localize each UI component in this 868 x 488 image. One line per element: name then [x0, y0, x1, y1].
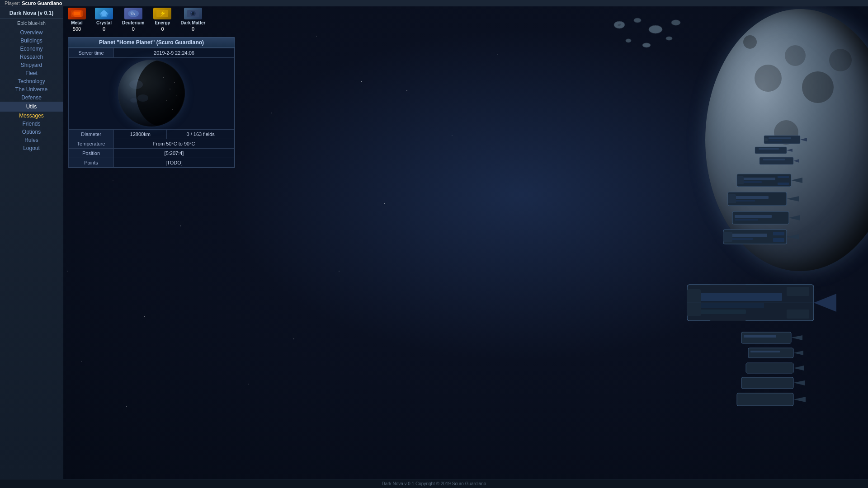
position-value: [5:207:4] — [114, 149, 235, 158]
sidebar-item-messages[interactable]: Messages — [0, 112, 63, 120]
crystal-icon — [95, 8, 113, 19]
svg-point-105 — [166, 100, 167, 100]
svg-point-98 — [191, 12, 192, 13]
planet-panel-title: Planet "Home Planet" (Scuro Guardiano) — [68, 38, 235, 48]
sidebar-item-options[interactable]: Options — [0, 128, 63, 136]
sidebar-item-fleet[interactable]: Fleet — [0, 69, 63, 77]
top-bar: Player: Scuro Guardiano — [0, 0, 868, 6]
planet-info-table: Server time 2019-2-9 22:24:06 — [68, 48, 235, 168]
diameter-row: Diameter 12800km 0 / 163 fields — [69, 130, 235, 139]
server-time-label: Server time — [69, 48, 114, 58]
energy-value: 0 — [161, 26, 164, 32]
svg-point-111 — [130, 98, 137, 103]
crystal-value: 0 — [103, 26, 105, 32]
points-value: [TODO] — [114, 158, 235, 168]
deuterium-value: 0 — [132, 26, 135, 32]
sidebar-item-rules[interactable]: Rules — [0, 136, 63, 144]
temperature-row: Temperature From 50°C to 90°C — [69, 139, 235, 149]
sidebar-item-technology[interactable]: Technology — [0, 77, 63, 85]
sidebar-item-buildings[interactable]: Buildings — [0, 37, 63, 45]
sidebar-item-overview[interactable]: Overview — [0, 28, 63, 37]
footer: Dark Nova v 0.1 Copyright © 2019 Scuro G… — [0, 479, 868, 488]
metal-value: 500 — [73, 26, 81, 32]
game-title: Dark Nova (v 0.1) — [0, 8, 63, 19]
resource-deuterium[interactable]: D₂ Deuterium 0 — [122, 8, 144, 32]
svg-point-103 — [163, 77, 164, 78]
sidebar-item-research[interactable]: Research — [0, 53, 63, 61]
svg-point-108 — [172, 109, 173, 110]
svg-point-104 — [170, 89, 170, 89]
server-time-value: 2019-2-9 22:24:06 — [114, 48, 235, 58]
planet-image — [118, 60, 185, 127]
svg-text:D₂: D₂ — [131, 12, 135, 16]
resource-crystal[interactable]: Crystal 0 — [95, 8, 113, 32]
metal-icon — [68, 8, 86, 19]
resource-bar: Metal 500 Crystal 0 D₂ Deuterium 0 — [59, 6, 868, 33]
planet-image-row — [69, 58, 235, 130]
server-time-row: Server time 2019-2-9 22:24:06 — [69, 48, 235, 58]
svg-point-109 — [129, 80, 143, 89]
diameter-value1: 12800km — [114, 130, 167, 139]
svg-point-110 — [137, 94, 148, 102]
sidebar-item-friends[interactable]: Friends — [0, 120, 63, 128]
player-name: Scuro Guardiano — [22, 0, 62, 6]
temperature-label: Temperature — [69, 139, 114, 149]
dark-matter-label: Dark Matter — [180, 20, 205, 25]
planet-name: Epic blue-ish — [0, 19, 63, 27]
svg-point-107 — [177, 96, 177, 96]
deuterium-icon: D₂ — [124, 8, 142, 19]
svg-rect-87 — [74, 12, 80, 15]
sidebar-item-utils[interactable]: Utils — [0, 102, 63, 112]
svg-point-102 — [136, 60, 185, 126]
position-label: Position — [69, 149, 114, 158]
resource-dark-matter[interactable]: Dark Matter 0 — [180, 8, 205, 32]
metal-label: Metal — [71, 20, 83, 25]
points-label: Points — [69, 158, 114, 168]
planet-panel: Planet "Home Planet" (Scuro Guardiano) S… — [68, 37, 235, 168]
diameter-label: Diameter — [69, 130, 114, 139]
sidebar: Dark Nova (v 0.1) Epic blue-ish Overview… — [0, 6, 63, 479]
energy-icon — [153, 8, 171, 19]
sidebar-item-economy[interactable]: Economy — [0, 45, 63, 53]
svg-point-106 — [174, 82, 175, 82]
dark-matter-icon — [184, 8, 202, 19]
sidebar-item-universe[interactable]: The Universe — [0, 85, 63, 94]
position-row: Position [5:207:4] — [69, 149, 235, 158]
diameter-value2: 0 / 163 fields — [167, 130, 235, 139]
crystal-label: Crystal — [96, 20, 112, 25]
deuterium-label: Deuterium — [122, 20, 144, 25]
energy-label: Energy — [155, 20, 170, 25]
points-row: Points [TODO] — [69, 158, 235, 168]
sidebar-item-logout[interactable]: Logout — [0, 144, 63, 152]
resource-energy[interactable]: Energy 0 — [153, 8, 171, 32]
dark-matter-value: 0 — [192, 26, 194, 32]
resource-metal[interactable]: Metal 500 — [68, 8, 86, 32]
main-content: Planet "Home Planet" (Scuro Guardiano) S… — [63, 33, 868, 479]
sidebar-item-shipyard[interactable]: Shipyard — [0, 61, 63, 69]
planet-image-cell — [69, 58, 235, 130]
footer-copyright: Dark Nova v 0.1 Copyright © 2019 Scuro G… — [382, 481, 486, 486]
temperature-value: From 50°C to 90°C — [114, 139, 235, 149]
player-label: Player: — [5, 0, 20, 6]
sidebar-item-defense[interactable]: Defense — [0, 94, 63, 102]
